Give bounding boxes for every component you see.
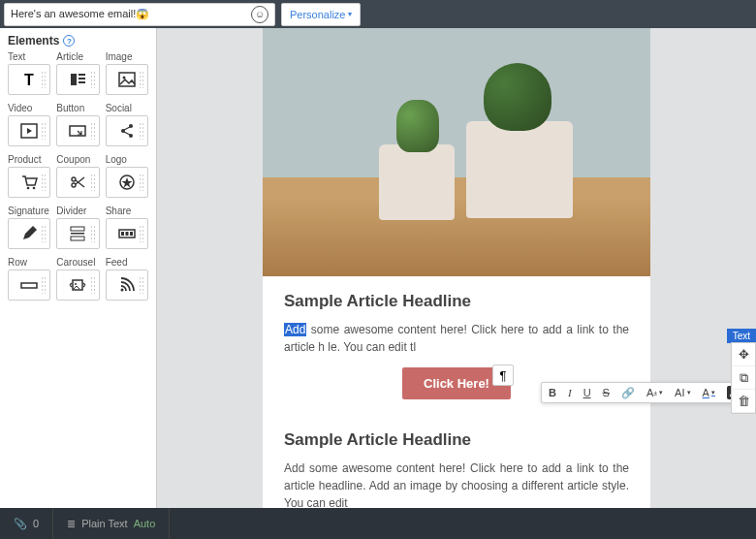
- article-body[interactable]: Add some awesome content here! Click her…: [284, 460, 629, 508]
- element-tile-share[interactable]: [106, 218, 148, 249]
- selection-label: Text: [727, 329, 756, 343]
- svg-rect-3: [79, 78, 85, 79]
- svg-rect-17: [71, 227, 84, 231]
- svg-rect-23: [130, 232, 133, 236]
- hero-image[interactable]: [263, 28, 650, 276]
- move-icon[interactable]: ✥: [732, 343, 755, 366]
- element-label: Signature: [8, 206, 50, 216]
- element-label: Carousel: [56, 257, 99, 268]
- article-body[interactable]: Add some awesome content here! Click her…: [284, 321, 629, 356]
- element-label: Article: [56, 51, 99, 62]
- element-label: Button: [56, 103, 99, 113]
- sidebar-title-text: Elements: [8, 34, 59, 48]
- help-icon[interactable]: ?: [63, 35, 75, 47]
- article-headline[interactable]: Sample Article Headline: [284, 430, 629, 450]
- footer: 📎 0 ≣ Plain Text Auto: [0, 508, 756, 539]
- element-tile-text[interactable]: T: [8, 64, 50, 95]
- element-label: Feed: [106, 257, 148, 268]
- svg-point-14: [72, 177, 76, 181]
- subject-field-wrap[interactable]: ☺: [4, 3, 275, 26]
- element-tile-signature[interactable]: [8, 218, 50, 249]
- svg-rect-24: [21, 283, 37, 288]
- element-label: Divider: [56, 206, 99, 216]
- element-tile-feed[interactable]: [106, 270, 148, 301]
- element-label: Share: [106, 206, 148, 216]
- svg-rect-2: [79, 74, 85, 76]
- elements-sidebar: Elements ? TextTArticleImageVideoButtonS…: [0, 28, 157, 508]
- element-label: Social: [106, 103, 148, 113]
- svg-rect-5: [119, 73, 135, 86]
- font-size-button[interactable]: A±: [644, 387, 666, 398]
- svg-point-26: [75, 283, 77, 285]
- svg-rect-1: [71, 74, 77, 85]
- selection-tools: ✥ ⧉ 🗑: [731, 342, 756, 414]
- attachments-count: 0: [33, 518, 39, 529]
- link-button[interactable]: 🔗: [618, 387, 638, 399]
- article-headline[interactable]: Sample Article Headline: [284, 292, 629, 311]
- subject-input[interactable]: [11, 9, 251, 20]
- element-label: Coupon: [56, 154, 99, 165]
- plain-text-label: Plain Text: [81, 518, 128, 529]
- plain-text-toggle[interactable]: ≣ Plain Text Auto: [53, 508, 170, 539]
- element-tile-image[interactable]: [106, 64, 148, 95]
- attachments-button[interactable]: 📎 0: [0, 508, 53, 539]
- paperclip-icon: 📎: [14, 518, 27, 530]
- personalize-label: Personalize: [290, 9, 345, 20]
- duplicate-icon[interactable]: ⧉: [732, 366, 755, 390]
- canvas[interactable]: Sample Article Headline Add some awesome…: [157, 28, 756, 508]
- element-label: Text: [8, 51, 50, 62]
- element-label: Product: [8, 154, 50, 165]
- sidebar-title: Elements ?: [8, 34, 148, 48]
- svg-point-12: [27, 187, 30, 190]
- elements-grid: TextTArticleImageVideoButtonSocialProduc…: [8, 51, 148, 301]
- element-tile-video[interactable]: [8, 115, 50, 146]
- italic-button[interactable]: I: [565, 387, 575, 398]
- email-body: Sample Article Headline Add some awesome…: [263, 28, 650, 508]
- svg-point-27: [120, 289, 123, 292]
- element-tile-article[interactable]: [56, 64, 99, 95]
- svg-text:T: T: [24, 72, 34, 88]
- strike-button[interactable]: S: [600, 387, 613, 398]
- chevron-down-icon: ▾: [348, 10, 352, 18]
- auto-label: Auto: [134, 518, 156, 529]
- element-tile-button[interactable]: [56, 115, 99, 146]
- svg-rect-19: [71, 237, 84, 240]
- svg-point-15: [72, 183, 76, 187]
- delete-icon[interactable]: 🗑: [732, 390, 755, 413]
- svg-rect-22: [125, 232, 128, 236]
- element-tile-row[interactable]: [8, 270, 50, 301]
- ai-button[interactable]: AI: [672, 387, 693, 398]
- personalize-button[interactable]: Personalize ▾: [281, 3, 361, 26]
- underline-button[interactable]: U: [581, 387, 594, 398]
- text-color-button[interactable]: A: [700, 387, 718, 398]
- element-label: Logo: [106, 154, 148, 165]
- element-label: Row: [8, 257, 50, 268]
- article-block-2[interactable]: Sample Article Headline Add some awesome…: [263, 415, 650, 508]
- text-selection: Add: [284, 323, 306, 336]
- svg-rect-21: [121, 232, 124, 236]
- element-tile-coupon[interactable]: [56, 167, 99, 198]
- element-label: Image: [106, 51, 148, 62]
- svg-point-13: [33, 187, 36, 190]
- format-toolbar: B I U S 🔗 A± AI A A Tx: [541, 382, 756, 403]
- element-tile-logo[interactable]: [106, 167, 148, 198]
- element-tile-divider[interactable]: [56, 218, 99, 249]
- main: Elements ? TextTArticleImageVideoButtonS…: [0, 28, 756, 508]
- emoji-picker-icon[interactable]: ☺: [251, 6, 268, 23]
- lines-icon: ≣: [67, 518, 76, 530]
- paragraph-handle-icon[interactable]: ¶: [492, 365, 514, 386]
- element-tile-product[interactable]: [8, 167, 50, 198]
- bold-button[interactable]: B: [546, 387, 559, 398]
- svg-rect-18: [71, 233, 84, 235]
- element-tile-social[interactable]: [106, 115, 148, 146]
- element-tile-carousel[interactable]: [56, 270, 99, 301]
- svg-rect-4: [79, 81, 85, 83]
- element-label: Video: [8, 103, 50, 113]
- topbar: ☺ Personalize ▾: [0, 0, 756, 28]
